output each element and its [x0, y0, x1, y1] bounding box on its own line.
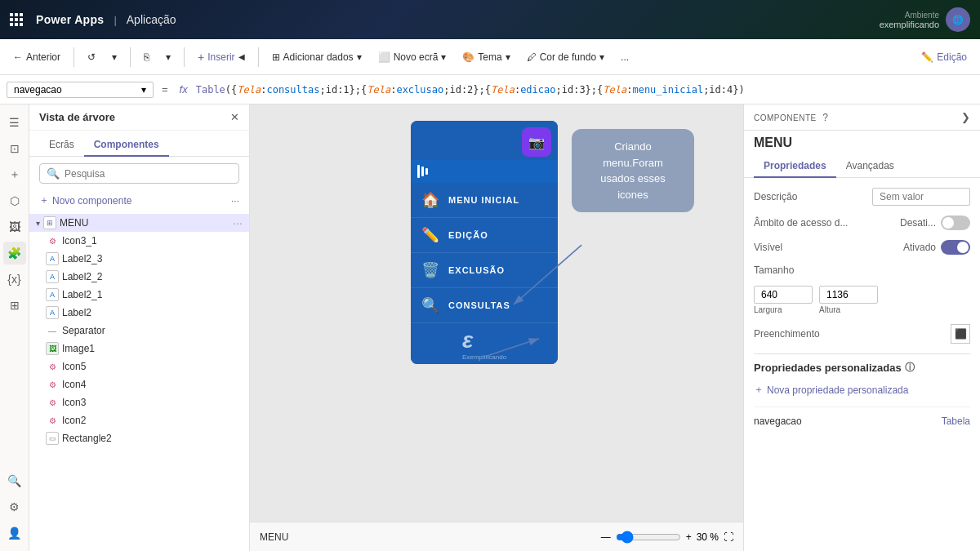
tab-propriedades[interactable]: Propriedades [754, 155, 836, 178]
title-separator: | [114, 14, 116, 26]
new-component-button[interactable]: ＋ Novo componente ··· [29, 190, 249, 211]
ambito-value: Desati... [900, 217, 936, 229]
formula-content[interactable]: Table({Tela:consultas;id:1};{Tela:exclus… [196, 84, 973, 96]
insert-button[interactable]: + Inserir ◀ [191, 47, 252, 67]
tree-tabs: Ecrãs Componentes [29, 131, 249, 157]
waffle-icon[interactable] [10, 13, 23, 26]
user-icon[interactable]: 👤 [3, 522, 26, 544]
help-icon[interactable]: ? [822, 112, 828, 123]
zoom-minus[interactable]: — [601, 531, 611, 543]
zoom-plus[interactable]: + [686, 531, 692, 543]
search-input[interactable] [65, 168, 232, 180]
right-panel: COMPONENTE ? ❯ MENU Propriedades Avançad… [743, 104, 980, 551]
component-icon[interactable]: 🧩 [3, 242, 26, 264]
menu-item-consultas[interactable]: 🔍 CONSULTAS [411, 288, 558, 323]
tree-item-Label2[interactable]: A Label2 [29, 304, 249, 322]
zoom-control: — + 30 % ⛶ [601, 531, 733, 544]
connector-icon[interactable]: ⊞ [3, 294, 26, 317]
menu-item-exclusao[interactable]: 🗑️ EXCLUSÃO [411, 253, 558, 288]
plus-icon: + [198, 51, 204, 64]
prop-visivel: Visível Ativado [754, 240, 970, 255]
icon3-icon: ⚙ [46, 396, 59, 409]
insert-arrow: ◀ [238, 52, 245, 61]
tree-item-Icon2[interactable]: ⚙ Icon2 [29, 411, 249, 429]
tree-item-Label2_2[interactable]: A Label2_2 [29, 268, 249, 286]
theme-icon: 🎨 [462, 51, 474, 63]
user-avatar[interactable]: 🌐 [946, 7, 970, 32]
more-button[interactable]: ... [614, 48, 635, 66]
canvas-scroll[interactable]: 📷 🏠 MENU INICIAL [250, 104, 743, 522]
tab-componentes[interactable]: Componentes [84, 134, 169, 157]
toolbar-divider-4 [258, 47, 259, 67]
theme-button[interactable]: 🎨 Tema ▾ [456, 48, 516, 66]
tab-avancadas[interactable]: Avançadas [836, 155, 904, 178]
variable-icon[interactable]: {x} [3, 268, 26, 291]
add-data-button[interactable]: ⊞ Adicionar dados ▾ [265, 48, 368, 66]
rect2-icon: ▭ [46, 432, 59, 445]
settings-icon[interactable]: ⚙ [3, 495, 26, 518]
data-icon[interactable]: ⬡ [3, 189, 26, 212]
zoom-slider[interactable] [616, 531, 681, 544]
tree-item-Separator[interactable]: — Separator [29, 322, 249, 340]
tree-items: ▾ ⊞ MENU ··· ⚙ Icon3_1 A Label2_3 A Labe… [29, 214, 249, 551]
tree-item-Icon5[interactable]: ⚙ Icon5 [29, 358, 249, 375]
add-icon[interactable]: ＋ [3, 163, 26, 186]
copy-dropdown[interactable]: ▾ [159, 48, 177, 66]
screen-icon: ⬜ [378, 51, 390, 63]
right-content: Descrição Âmbito de acesso d... Desati..… [744, 178, 980, 551]
callout-bubble: Criando menu.Foram usados esses icones [572, 129, 694, 212]
tree-close-icon[interactable]: ✕ [230, 111, 239, 123]
right-tabs: Propriedades Avançadas [744, 155, 980, 178]
tree-item-Label2_3[interactable]: A Label2_3 [29, 250, 249, 268]
menu-component[interactable]: 📷 🏠 MENU INICIAL [411, 121, 558, 364]
new-screen-chevron: ▾ [441, 51, 446, 63]
new-comp-more[interactable]: ··· [231, 195, 239, 207]
menu-icon[interactable]: ☰ [3, 111, 26, 134]
ambito-toggle[interactable] [941, 216, 970, 230]
label2-2-icon: A [46, 270, 59, 283]
visivel-toggle[interactable] [941, 240, 970, 255]
fx-label: fx [176, 83, 191, 96]
tree-search-container: 🔍 [39, 163, 239, 184]
altura-input[interactable] [819, 286, 878, 304]
icon4-icon: ⚙ [46, 378, 59, 391]
menu-top-bar: 📷 [411, 121, 558, 160]
undo-button[interactable]: ↺ [81, 48, 102, 66]
menu-more-icon[interactable]: ··· [233, 216, 243, 229]
layers-icon[interactable]: ⊡ [3, 137, 26, 160]
add-prop-button[interactable]: ＋ Nova propriedade personalizada [754, 383, 970, 397]
equals-sign: = [158, 83, 172, 96]
undo-dropdown[interactable]: ▾ [105, 48, 123, 66]
tab-ecras[interactable]: Ecrãs [39, 134, 84, 157]
right-panel-header: COMPONENTE ? ❯ [744, 104, 980, 131]
tree-item-Icon3_1[interactable]: ⚙ Icon3_1 [29, 232, 249, 250]
largura-group: Largura [754, 286, 813, 314]
search-icon[interactable]: 🔍 [3, 469, 26, 492]
tree-item-Icon3[interactable]: ⚙ Icon3 [29, 393, 249, 411]
tree-panel: Vista de árvore ✕ Ecrãs Componentes 🔍 ＋ … [29, 104, 250, 551]
expand-icon[interactable]: ❯ [961, 111, 970, 123]
tree-item-Label2_1[interactable]: A Label2_1 [29, 286, 249, 304]
menu-item-menu-inicial[interactable]: 🏠 MENU INICIAL [411, 183, 558, 218]
edit-button[interactable]: ✏️ Edição [915, 48, 973, 66]
tree-item-MENU[interactable]: ▾ ⊞ MENU ··· [29, 214, 249, 232]
name-box[interactable]: navegacao ▾ [7, 82, 154, 98]
descricao-input[interactable] [872, 188, 970, 206]
largura-input[interactable] [754, 286, 813, 304]
search-menu-icon: 🔍 [421, 296, 440, 314]
tree-item-Image1[interactable]: 🖼 Image1 [29, 340, 249, 358]
fullscreen-icon[interactable]: ⛶ [724, 531, 733, 543]
tree-item-Rectangle2[interactable]: ▭ Rectangle2 [29, 429, 249, 447]
main-layout: ☰ ⊡ ＋ ⬡ 🖼 🧩 {x} ⊞ 🔍 ⚙ 👤 Vista de árvore … [0, 104, 980, 551]
media-icon[interactable]: 🖼 [3, 216, 26, 238]
component-badge: COMPONENTE [754, 113, 817, 122]
menu-item-edicao[interactable]: ✏️ EDIÇÃO [411, 218, 558, 253]
back-button[interactable]: ← Anterior [7, 48, 67, 66]
preenchimento-icon[interactable]: ⬛ [951, 324, 970, 344]
tree-item-Icon4[interactable]: ⚙ Icon4 [29, 375, 249, 393]
label2-1-icon: A [46, 288, 59, 301]
custom-props-help[interactable]: ⓘ [905, 361, 915, 375]
copy-button[interactable]: ⎘ [137, 48, 156, 66]
new-screen-button[interactable]: ⬜ Novo ecrã ▾ [372, 48, 453, 66]
bg-color-button[interactable]: 🖊 Cor de fundo ▾ [520, 48, 611, 66]
